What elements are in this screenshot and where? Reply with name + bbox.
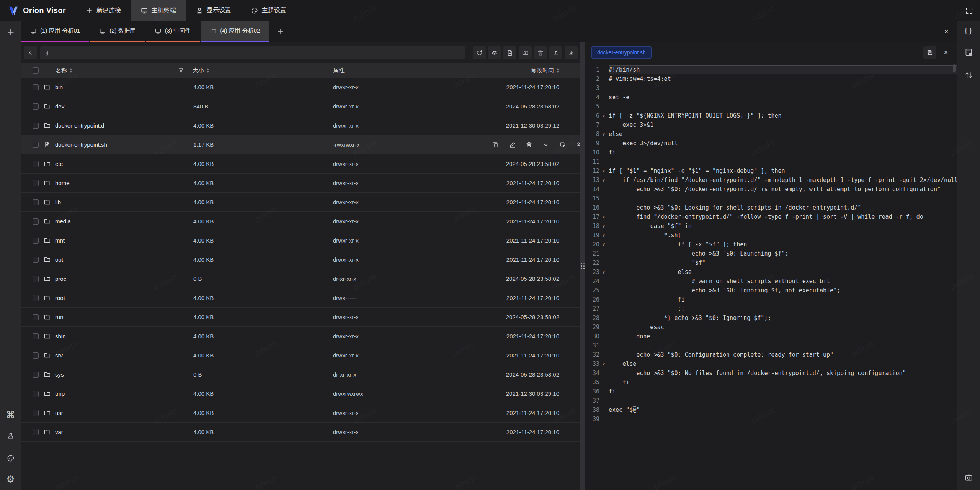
file-row-dev[interactable]: dev340 Bdrwxr-xr-x2024-05-28 23:58:02 bbox=[21, 97, 580, 116]
variables-braces-icon[interactable]: {} bbox=[964, 26, 973, 35]
eye-button[interactable] bbox=[488, 46, 501, 59]
file-row-opt[interactable]: opt4.00 KBdrwxr-xr-x2021-11-24 17:20:10 bbox=[21, 250, 580, 269]
row-checkbox[interactable] bbox=[33, 84, 39, 90]
transfer-updown-icon[interactable] bbox=[963, 69, 974, 81]
row-checkbox[interactable] bbox=[33, 333, 39, 339]
file-row-home[interactable]: home4.00 KBdrwxr-xr-x2021-11-24 17:20:10 bbox=[21, 174, 580, 193]
file-plus-button[interactable] bbox=[503, 46, 516, 59]
column-header-size[interactable]: 大小 bbox=[178, 67, 331, 74]
save-file-button[interactable] bbox=[923, 46, 936, 59]
editor-scrollbar-thumb[interactable] bbox=[953, 64, 956, 72]
row-checkbox[interactable] bbox=[33, 276, 39, 282]
file-row-sys[interactable]: sys0 Bdr-xr-xr-x2024-05-28 23:58:02 bbox=[21, 365, 580, 384]
row-checkbox[interactable] bbox=[33, 391, 39, 397]
nav-item-2[interactable]: 主机终端 bbox=[131, 0, 186, 21]
download-sm-icon[interactable] bbox=[542, 141, 549, 148]
add-tab-button[interactable] bbox=[270, 21, 290, 42]
edit-icon[interactable] bbox=[509, 141, 516, 148]
fold-chevron-icon[interactable]: ∨ bbox=[599, 212, 608, 221]
file-row-run[interactable]: run4.00 KBdrwxr-xr-x2024-05-28 23:58:02 bbox=[21, 308, 580, 327]
select-all-checkbox[interactable] bbox=[33, 67, 39, 74]
file-bookmark-icon[interactable] bbox=[963, 46, 974, 58]
row-checkbox[interactable] bbox=[33, 142, 39, 148]
fold-chevron-icon[interactable]: ∨ bbox=[599, 111, 608, 120]
terminal-tab-4[interactable]: (4) 应用-分析02 bbox=[201, 21, 269, 42]
row-checkbox[interactable] bbox=[33, 410, 39, 416]
download-button[interactable] bbox=[565, 46, 578, 59]
fold-chevron-icon[interactable]: ∨ bbox=[599, 359, 608, 369]
close-editor-button[interactable]: × bbox=[939, 46, 952, 59]
file-row-lib[interactable]: lib4.00 KBdrwxr-xr-x2021-11-24 17:20:10 bbox=[21, 193, 580, 212]
file-row-docker-entrypoint.d[interactable]: docker-entrypoint.d4.00 KBdrwxr-xr-x2021… bbox=[21, 116, 580, 135]
file-row-mnt[interactable]: mnt4.00 KBdrwxr-xr-x2021-11-24 17:20:10 bbox=[21, 231, 580, 250]
row-checkbox[interactable] bbox=[33, 257, 39, 263]
filter-icon[interactable] bbox=[178, 67, 184, 74]
row-checkbox[interactable] bbox=[33, 199, 39, 205]
fold-chevron-icon[interactable]: ∨ bbox=[599, 175, 608, 185]
fold-chevron-icon[interactable]: ∨ bbox=[599, 267, 608, 277]
terminal-tab-2[interactable]: (2) 数据库 bbox=[90, 21, 145, 42]
file-row-etc[interactable]: etc4.00 KBdrwxr-xr-x2024-05-28 23:58:02 bbox=[21, 154, 580, 174]
copy-icon[interactable] bbox=[492, 141, 499, 148]
trash-button[interactable] bbox=[534, 46, 547, 59]
back-button[interactable] bbox=[24, 46, 37, 59]
file-row-bin[interactable]: bin4.00 KBdrwxr-xr-x2021-11-24 17:20:10 bbox=[21, 78, 580, 97]
editor-file-tab[interactable]: docker-entrypoint.sh bbox=[591, 46, 652, 59]
code-text: echo >&3 "$0: /docker-entrypoint.d/ is n… bbox=[608, 185, 957, 194]
file-row-srv[interactable]: srv4.00 KBdrwxr-xr-x2021-11-24 17:20:10 bbox=[21, 346, 580, 365]
row-checkbox[interactable] bbox=[33, 103, 39, 110]
close-panel-icon[interactable]: × bbox=[941, 21, 952, 42]
file-row-media[interactable]: media4.00 KBdrwxr-xr-x2021-11-24 17:20:1… bbox=[21, 212, 580, 231]
settings-gear-icon[interactable]: ⚙ bbox=[7, 475, 15, 484]
file-row-proc[interactable]: proc0 Bdr-xr-xr-x2024-05-28 23:58:02 bbox=[21, 269, 580, 288]
trash-icon[interactable] bbox=[526, 141, 532, 148]
fold-chevron-icon[interactable]: ∨ bbox=[599, 231, 608, 240]
fold-chevron-icon[interactable]: ∨ bbox=[599, 240, 608, 249]
column-header-time[interactable]: 修改时间 bbox=[492, 67, 580, 74]
theme-settings-icon[interactable] bbox=[5, 452, 16, 464]
sort-icon[interactable] bbox=[556, 68, 559, 73]
file-row-tmp[interactable]: tmp4.00 KBdrwxrwxrwx2021-12-30 03:29:10 bbox=[21, 384, 580, 403]
new-tab-button[interactable] bbox=[5, 26, 16, 38]
row-checkbox[interactable] bbox=[33, 218, 39, 225]
file-row-usr[interactable]: usr4.00 KBdrwxr-xr-x2021-11-24 17:20:10 bbox=[21, 403, 580, 423]
column-header-name[interactable]: 名称 bbox=[43, 67, 178, 74]
fold-chevron-icon[interactable]: ∨ bbox=[599, 166, 608, 175]
folder-plus-button[interactable] bbox=[519, 46, 532, 59]
sort-icon[interactable] bbox=[206, 68, 209, 73]
row-checkbox[interactable] bbox=[33, 372, 39, 378]
file-row-docker-entrypoint.sh[interactable]: docker-entrypoint.sh1.17 KB-rwxrwxr-x bbox=[21, 135, 580, 154]
fold-chevron-icon[interactable]: ∨ bbox=[599, 221, 608, 231]
row-checkbox[interactable] bbox=[33, 295, 39, 301]
row-checkbox[interactable] bbox=[33, 314, 39, 320]
nav-item-1[interactable]: 新建连接 bbox=[76, 0, 131, 21]
path-input[interactable] bbox=[40, 46, 465, 59]
file-row-sbin[interactable]: sbin4.00 KBdrwxr-xr-x2021-11-24 17:20:10 bbox=[21, 327, 580, 346]
file-size: 4.00 KB bbox=[178, 199, 331, 205]
fullscreen-icon[interactable] bbox=[965, 7, 973, 15]
panel-resize-handle[interactable] bbox=[580, 42, 585, 490]
row-checkbox[interactable] bbox=[33, 352, 39, 359]
row-checkbox[interactable] bbox=[33, 180, 39, 186]
nav-item-3[interactable]: 显示设置 bbox=[186, 0, 241, 21]
terminal-tab-3[interactable]: (3) 中间件 bbox=[146, 21, 200, 42]
command-shortcuts-icon[interactable]: ⌘ bbox=[6, 410, 15, 420]
nav-item-4[interactable]: 主题设置 bbox=[241, 0, 296, 21]
code-editor[interactable]: 1#!/bin/sh2# vim:sw=4:ts=4:et34set -e56∨… bbox=[585, 63, 957, 490]
screenshot-camera-icon[interactable] bbox=[963, 472, 974, 483]
file-row-var[interactable]: var4.00 KBdrwxr-xr-x2021-11-24 17:20:10 bbox=[21, 423, 580, 442]
file-row-root[interactable]: root4.00 KBdrwx------2021-11-24 17:20:10 bbox=[21, 288, 580, 308]
row-checkbox[interactable] bbox=[33, 429, 39, 435]
row-checkbox[interactable] bbox=[33, 161, 39, 167]
paste-icon[interactable] bbox=[559, 141, 566, 148]
users-icon[interactable] bbox=[576, 141, 580, 148]
code-line-29: 29 esac bbox=[585, 323, 957, 332]
fold-chevron-icon[interactable]: ∨ bbox=[599, 129, 608, 139]
upload-button[interactable] bbox=[549, 46, 562, 59]
display-settings-icon[interactable] bbox=[5, 430, 16, 442]
row-checkbox[interactable] bbox=[33, 123, 39, 129]
terminal-tab-1[interactable]: (1) 应用-分析01 bbox=[21, 21, 89, 42]
refresh-button[interactable] bbox=[473, 46, 486, 59]
sort-icon[interactable] bbox=[69, 68, 72, 73]
row-checkbox[interactable] bbox=[33, 238, 39, 244]
